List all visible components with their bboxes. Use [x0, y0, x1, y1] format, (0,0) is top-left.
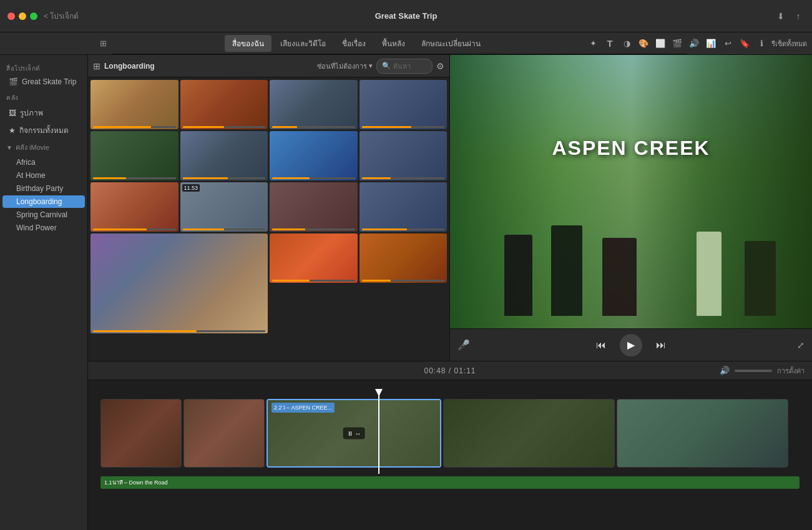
search-icon: 🔍: [382, 62, 391, 70]
preview-video: ASPEN CREEK: [450, 55, 812, 328]
play-button[interactable]: ▶: [620, 334, 642, 356]
star-icon: ★: [9, 126, 16, 135]
sidebar-imovie-group[interactable]: ▼ คลัง iMovie: [0, 139, 87, 155]
import-icon[interactable]: ⬇: [775, 10, 787, 22]
titlebar: โปรเจ็กต์ Great Skate Trip ⬇ ↑: [0, 0, 812, 32]
close-button[interactable]: [7, 12, 15, 20]
sidebar-item-longboarding[interactable]: Longboarding: [2, 195, 85, 208]
back-button[interactable]: โปรเจ็กต์: [44, 10, 79, 22]
text-icon[interactable]: T: [603, 37, 617, 51]
preview-title: ASPEN CREEK: [552, 137, 710, 160]
sidebar-item-all-events[interactable]: ★ กิจกรรมทั้งหมด: [2, 122, 85, 139]
sidebar-item-wind-power[interactable]: Wind Power: [2, 222, 85, 234]
movie-icon: 🎬: [9, 77, 18, 86]
thumbnail[interactable]: [360, 80, 448, 129]
tab-media[interactable]: สื่อของฉัน: [225, 35, 271, 52]
playhead[interactable]: [378, 393, 379, 474]
sidebar-item-project[interactable]: 🎬 Great Skate Trip: [2, 75, 85, 89]
browser-settings-icon[interactable]: ⚙: [436, 61, 444, 71]
thumbnail[interactable]: [360, 182, 448, 232]
photo-icon: 🖼: [9, 109, 16, 117]
hide-chevron-icon: ▾: [369, 62, 373, 70]
speed-icon[interactable]: ↩: [721, 37, 735, 51]
maximize-button[interactable]: [30, 12, 37, 20]
volume-slider-icon[interactable]: 🔊: [720, 366, 730, 375]
equalizer-icon[interactable]: 📊: [704, 37, 718, 51]
timeline-content: 2.2ว – ASPEN CREE... ⏸ ↔: [88, 380, 812, 530]
thumbnail[interactable]: [90, 80, 179, 129]
share-icon[interactable]: ↑: [792, 10, 805, 22]
clip-label: 2.2ว – ASPEN CREE...: [271, 403, 335, 413]
thumbnail[interactable]: [90, 182, 179, 232]
sidebar-all-events-label: กิจกรรมทั้งหมด: [19, 124, 69, 136]
clip[interactable]: [617, 399, 788, 468]
time-display: 00:48 / 01:11: [424, 366, 476, 375]
thumbnail[interactable]: [270, 131, 358, 180]
window-title: Great Skate Trip: [375, 11, 438, 21]
hide-label: ซ่อนที่ไม่ต้องการ: [317, 61, 367, 72]
zoom-slider[interactable]: [735, 370, 772, 372]
sidebar-item-at-home[interactable]: At Home: [2, 169, 85, 182]
clip-icon[interactable]: 🔖: [738, 37, 751, 51]
sidebar-item-birthday-party[interactable]: Birthday Party: [2, 182, 85, 195]
thumbnail-wide[interactable]: [90, 233, 268, 333]
minimize-button[interactable]: [19, 12, 26, 20]
timeline-area: 00:48 / 01:11 🔊 การตั้งค่า: [88, 361, 812, 530]
browser-title: Longboarding: [104, 62, 313, 71]
thumbnail[interactable]: [270, 80, 358, 129]
thumbnail[interactable]: [270, 233, 358, 283]
hide-control[interactable]: ซ่อนที่ไม่ต้องการ ▾: [317, 61, 373, 72]
stabilize-icon[interactable]: 🎬: [670, 37, 684, 51]
timeline-right-controls: 🔊 การตั้งค่า: [720, 365, 805, 376]
timeline-tracks: 2.2ว – ASPEN CREE... ⏸ ↔: [88, 380, 812, 511]
skip-forward-button[interactable]: ⏭: [652, 336, 670, 354]
microphone-icon[interactable]: 🎤: [457, 339, 470, 351]
settings-label[interactable]: การตั้งค่า: [777, 365, 805, 376]
skip-back-button[interactable]: ⏮: [592, 336, 610, 354]
clip[interactable]: [183, 399, 265, 468]
sidebar: สื่อโปรเจ็กต์ 🎬 Great Skate Trip คลัง 🖼 …: [0, 55, 88, 530]
browser-grid-icon[interactable]: ⊞: [93, 61, 100, 71]
crop-magic-icon[interactable]: ✦: [586, 37, 600, 51]
browser-grid: 11.53: [88, 77, 449, 361]
thumbnail[interactable]: [270, 182, 358, 232]
fullscreen-icon[interactable]: ⤢: [797, 340, 805, 350]
browser-header: ⊞ Longboarding ซ่อนที่ไม่ต้องการ ▾ 🔍 ค้น…: [88, 55, 449, 77]
sidebar-item-spring-carnival[interactable]: Spring Carnival: [2, 209, 85, 221]
sidebar-library-section: คลัง: [0, 89, 87, 104]
sidebar-project-section: สื่อโปรเจ็กต์: [0, 60, 87, 74]
preview-controls: 🎤 ⏮ ▶ ⏭ ⤢: [450, 328, 812, 361]
crop-icon[interactable]: ⬜: [653, 37, 667, 51]
tab-transition[interactable]: ลักษณะเปลี่ยนผ่าน: [414, 35, 488, 52]
clip-selected[interactable]: 2.2ว – ASPEN CREE... ⏸ ↔: [267, 399, 441, 468]
tab-title[interactable]: ชื่อเรื่อง: [335, 35, 373, 52]
grid-view-icon[interactable]: ⊞: [97, 37, 109, 50]
volume-icon[interactable]: 🔊: [687, 37, 701, 51]
search-box[interactable]: 🔍 ค้นหา: [376, 59, 433, 74]
audio-label: 1.1นาที – Down the Road: [100, 478, 168, 487]
info-icon[interactable]: ℹ: [755, 37, 768, 51]
tab-background[interactable]: พื้นหลัง: [374, 35, 413, 52]
thumbnail[interactable]: [360, 131, 448, 180]
sidebar-item-photos[interactable]: 🖼 รูปภาพ: [2, 104, 85, 121]
chevron-down-icon: ▼: [6, 144, 12, 151]
timeline-header: 00:48 / 01:11 🔊 การตั้งค่า: [88, 361, 812, 380]
clip[interactable]: [443, 399, 615, 468]
main-area: สื่อโปรเจ็กต์ 🎬 Great Skate Trip คลัง 🖼 …: [0, 55, 812, 530]
thumbnail[interactable]: [180, 80, 268, 129]
search-placeholder: ค้นหา: [393, 61, 411, 72]
thumbnail[interactable]: [180, 131, 268, 180]
thumbnail[interactable]: [90, 131, 179, 180]
tab-audio[interactable]: เสียงและวิดีโอ: [273, 35, 333, 52]
thumbnail[interactable]: [360, 233, 448, 283]
thumbnail[interactable]: 11.53: [180, 182, 268, 232]
sidebar-imovie-label: คลัง iMovie: [16, 144, 49, 151]
clip[interactable]: [100, 399, 182, 468]
reset-all-label[interactable]: รีเซ็ตทั้งหมด: [771, 38, 807, 49]
filter-icon[interactable]: 🎨: [637, 37, 650, 51]
color-icon[interactable]: ◑: [620, 37, 633, 51]
content-area: ⊞ Longboarding ซ่อนที่ไม่ต้องการ ▾ 🔍 ค้น…: [88, 55, 812, 530]
sidebar-item-africa[interactable]: Africa: [2, 156, 85, 169]
main-track: 2.2ว – ASPEN CREE... ⏸ ↔: [88, 393, 812, 474]
preview-panel: ASPEN CREEK 🎤 ⏮ ▶ ⏭ ⤢: [450, 55, 812, 361]
